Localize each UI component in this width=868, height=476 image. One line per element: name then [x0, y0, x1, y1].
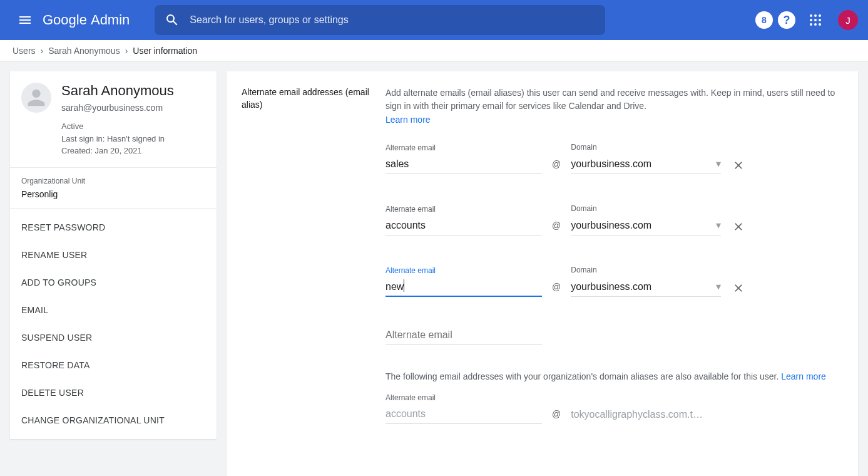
alias-domain-value: yourbusiness.com — [571, 220, 651, 231]
alias-email-input[interactable] — [385, 279, 542, 297]
search-bar[interactable] — [155, 5, 605, 35]
header-icons: 8 ? J — [755, 5, 858, 35]
svg-point-6 — [810, 23, 812, 26]
logo-google: Google — [43, 12, 87, 28]
logo[interactable]: Google Admin — [43, 12, 130, 28]
user-info: Sarah Anonymous sarah@yourbusiness.com A… — [61, 83, 174, 157]
action-change-organizational-unit[interactable]: CHANGE ORGANIZATIONAL UNIT — [10, 406, 217, 434]
sidebar: Sarah Anonymous sarah@yourbusiness.com A… — [10, 71, 217, 476]
actions-list: RESET PASSWORDRENAME USERADD TO GROUPSEM… — [10, 209, 217, 439]
org-label: Organizational Unit — [21, 177, 205, 185]
readonly-alias-domain: tokyocalligraphyclass.com.t… — [571, 406, 708, 424]
user-created: Created: Jan 20, 2021 — [61, 145, 174, 157]
chevron-right-icon: › — [41, 46, 44, 56]
account-avatar[interactable]: J — [838, 10, 858, 30]
remove-alias-button[interactable] — [731, 159, 746, 174]
svg-point-2 — [819, 14, 821, 17]
user-status: Active — [61, 120, 174, 133]
app-header: Google Admin 8 ? J — [0, 0, 868, 40]
search-icon — [165, 13, 180, 28]
action-restore-data[interactable]: RESTORE DATA — [10, 351, 217, 379]
chevron-down-icon: ▾ — [716, 219, 721, 231]
readonly-alias-email: accounts — [385, 406, 542, 424]
breadcrumb: Users › Sarah Anonymous › User informati… — [0, 40, 868, 61]
alias-domain-value: yourbusiness.com — [571, 281, 651, 292]
alias-email-input[interactable] — [385, 217, 542, 235]
at-sign: @ — [552, 220, 561, 235]
at-sign: @ — [552, 409, 561, 424]
remove-alias-button[interactable] — [731, 282, 746, 297]
alias-row: Alternate email @ Domain yourbusiness.co… — [385, 204, 843, 235]
help-icon[interactable]: ? — [778, 11, 795, 29]
chevron-down-icon: ▾ — [716, 158, 721, 170]
breadcrumb-user[interactable]: Sarah Anonymous — [48, 46, 120, 56]
alias-domain-value: yourbusiness.com — [571, 158, 651, 170]
new-alias-input[interactable] — [385, 327, 542, 345]
alias-rows: Alternate email @ Domain yourbusiness.co… — [385, 143, 843, 297]
alias-domain-label: Domain — [571, 266, 721, 274]
domain-aliases-text: The following email addresses with your … — [385, 370, 843, 383]
help-text: Add alternate emails (email aliases) thi… — [385, 86, 843, 113]
search-input[interactable] — [190, 14, 595, 26]
chevron-right-icon: › — [125, 46, 128, 56]
user-last-signin: Last sign in: Hasn't signed in — [61, 133, 174, 145]
alias-domain-select[interactable]: yourbusiness.com ▾ — [571, 217, 721, 235]
action-email[interactable]: EMAIL — [10, 296, 217, 324]
user-avatar-icon — [21, 83, 51, 113]
user-card: Sarah Anonymous sarah@yourbusiness.com A… — [10, 71, 217, 439]
chevron-down-icon: ▾ — [716, 281, 721, 292]
domain-aliases-learn-more[interactable]: Learn more — [781, 371, 826, 381]
svg-point-7 — [814, 23, 817, 26]
action-suspend-user[interactable]: SUSPEND USER — [10, 324, 217, 351]
remove-alias-button[interactable] — [731, 220, 746, 235]
alias-domain-select[interactable]: yourbusiness.com ▾ — [571, 155, 721, 174]
notifications-badge[interactable]: 8 — [755, 11, 773, 29]
alias-domain-label: Domain — [571, 143, 721, 152]
svg-point-3 — [810, 19, 812, 21]
main-panel: Alternate email addresses (email alias) … — [227, 71, 858, 476]
alias-email-label: Alternate email — [385, 266, 542, 275]
org-value: Personlig — [21, 189, 205, 199]
empty-alias-row — [385, 327, 843, 345]
alias-domain-label: Domain — [571, 204, 721, 213]
user-name: Sarah Anonymous — [61, 83, 174, 99]
readonly-alias-section: Alternate email accounts @ tokyocalligra… — [385, 393, 843, 424]
action-reset-password[interactable]: RESET PASSWORD — [10, 214, 217, 241]
content: Sarah Anonymous sarah@yourbusiness.com A… — [0, 61, 868, 476]
action-delete-user[interactable]: DELETE USER — [10, 379, 217, 406]
action-add-to-groups[interactable]: ADD TO GROUPS — [10, 269, 217, 296]
breadcrumb-users[interactable]: Users — [13, 46, 36, 56]
readonly-alias-label: Alternate email — [385, 393, 843, 402]
svg-point-4 — [814, 19, 817, 21]
alias-email-input[interactable] — [385, 156, 542, 174]
user-header: Sarah Anonymous sarah@yourbusiness.com A… — [10, 71, 217, 168]
svg-point-8 — [819, 23, 821, 26]
alias-email-label: Alternate email — [385, 205, 542, 214]
action-rename-user[interactable]: RENAME USER — [10, 241, 217, 269]
at-sign: @ — [552, 282, 561, 297]
svg-point-5 — [819, 19, 821, 21]
menu-icon[interactable] — [10, 5, 40, 35]
apps-icon[interactable] — [800, 5, 830, 35]
at-sign: @ — [552, 159, 561, 174]
breadcrumb-current: User information — [133, 46, 197, 56]
alias-row: Alternate email @ Domain yourbusiness.co… — [385, 266, 843, 297]
org-section: Organizational Unit Personlig — [10, 168, 217, 209]
section-title: Alternate email addresses (email alias) — [242, 86, 385, 424]
alias-email-label: Alternate email — [385, 143, 542, 152]
alias-row: Alternate email @ Domain yourbusiness.co… — [385, 143, 843, 174]
svg-point-1 — [814, 14, 817, 17]
learn-more-link[interactable]: Learn more — [385, 115, 431, 125]
svg-point-0 — [810, 14, 812, 17]
alias-domain-select[interactable]: yourbusiness.com ▾ — [571, 278, 721, 297]
logo-admin: Admin — [91, 12, 130, 28]
user-email: sarah@yourbusiness.com — [61, 103, 174, 113]
